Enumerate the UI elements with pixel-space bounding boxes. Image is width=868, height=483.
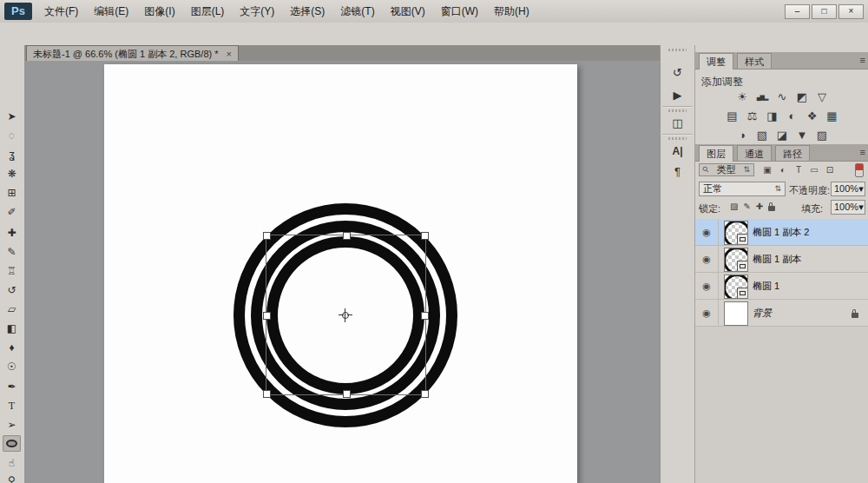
visibility-eye-icon[interactable]: ◉ — [695, 219, 719, 245]
menu-select[interactable]: 选择(S) — [282, 0, 332, 23]
menu-layer[interactable]: 图层(L) — [183, 0, 233, 23]
layer-name[interactable]: 椭圆 1 副本 — [753, 253, 801, 266]
tab-adjustments[interactable]: 调整 — [699, 53, 733, 69]
menu-window[interactable]: 窗口(W) — [433, 0, 486, 23]
lock-image-pixels-icon[interactable]: ✎ — [743, 201, 750, 213]
black-white-icon[interactable]: ◨ — [766, 109, 779, 123]
lock-transparent-pixels-icon[interactable]: ▨ — [730, 201, 738, 213]
layer-name[interactable]: 背景 — [753, 307, 772, 320]
levels-icon[interactable]: ▄▆▂ — [755, 90, 769, 104]
transform-handle-se[interactable] — [421, 390, 429, 398]
layer-thumbnail[interactable] — [724, 275, 748, 299]
tab-close-icon[interactable]: × — [227, 47, 232, 61]
color-lookup-icon[interactable]: ▦ — [825, 109, 839, 123]
hue-saturation-icon[interactable]: ▤ — [726, 109, 740, 123]
layer-row-ellipse-1-copy[interactable]: ◉ 椭圆 1 副本 — [695, 246, 868, 273]
panel-menu-icon[interactable]: ≡ — [860, 55, 865, 65]
opacity-field[interactable]: 100% ▾ — [831, 182, 865, 196]
tool-eraser[interactable]: ▱ — [3, 301, 21, 318]
layer-name[interactable]: 椭圆 1 — [753, 280, 779, 293]
exposure-icon[interactable]: ◩ — [795, 90, 809, 104]
transform-handle-sw[interactable] — [263, 390, 271, 398]
tool-hand[interactable]: ☝ — [3, 455, 21, 472]
posterize-icon[interactable]: ▧ — [755, 129, 769, 142]
menu-help[interactable]: 帮助(H) — [486, 0, 537, 23]
tool-type[interactable]: T — [3, 398, 21, 414]
transform-handle-e[interactable] — [421, 312, 429, 320]
panel-menu-icon[interactable]: ≡ — [860, 147, 865, 157]
minimize-button[interactable]: – — [785, 4, 810, 19]
menu-image[interactable]: 图像(I) — [136, 0, 182, 23]
tool-path-selection[interactable]: ➢ — [3, 417, 21, 433]
selective-color-icon[interactable]: ▼ — [795, 129, 809, 142]
filter-pixel-layers-icon[interactable]: ▣ — [761, 163, 773, 176]
menu-file[interactable]: 文件(F) — [36, 0, 86, 23]
transform-handle-s[interactable] — [343, 390, 351, 398]
tab-paths[interactable]: 路径 — [775, 145, 810, 161]
tool-quick-selection[interactable]: ❋ — [3, 166, 21, 182]
document-tab[interactable]: 未标题-1 @ 66.6% (椭圆 1 副本 2, RGB/8) * × — [26, 45, 239, 61]
gradient-map-icon[interactable]: ▨ — [815, 129, 829, 142]
tool-ellipse-shape[interactable] — [3, 435, 21, 452]
tool-lasso[interactable]: ʓ — [3, 147, 21, 163]
filter-adjustment-layers-icon[interactable]: ◐ — [777, 163, 789, 176]
tab-styles[interactable]: 样式 — [737, 53, 772, 69]
canvas-area[interactable] — [24, 61, 660, 483]
transform-handle-n[interactable] — [343, 232, 351, 240]
tool-blur[interactable]: ♦ — [3, 340, 21, 356]
photo-filter-icon[interactable]: ◐ — [786, 109, 799, 123]
layer-thumbnail[interactable] — [724, 301, 748, 326]
tool-clone-stamp[interactable]: ♖ — [3, 263, 21, 280]
actions-panel-icon[interactable]: ▶ — [666, 87, 689, 104]
filter-type-layers-icon[interactable]: T — [792, 163, 805, 176]
transform-handle-ne[interactable] — [421, 232, 429, 240]
close-button[interactable]: × — [838, 4, 864, 19]
tab-channels[interactable]: 通道 — [737, 145, 772, 161]
layer-name[interactable]: 椭圆 1 副本 2 — [753, 226, 809, 239]
filter-smart-objects-icon[interactable]: ⊡ — [824, 163, 836, 176]
threshold-icon[interactable]: ◪ — [775, 129, 789, 142]
tool-elliptical-marquee[interactable]: ◌ — [3, 128, 21, 144]
layer-filter-toggle[interactable] — [855, 163, 864, 177]
history-panel-icon[interactable]: ↺ — [666, 64, 689, 82]
curves-icon[interactable]: ∿ — [775, 90, 789, 104]
tool-crop[interactable]: ⊞ — [3, 185, 21, 202]
invert-icon[interactable]: ◑ — [735, 129, 749, 142]
menu-edit[interactable]: 编辑(E) — [86, 0, 136, 23]
character-panel-icon[interactable]: A| — [666, 142, 689, 160]
maximize-button[interactable]: □ — [812, 4, 837, 19]
tool-spot-healing-brush[interactable]: ✚ — [3, 225, 21, 242]
document-canvas[interactable] — [104, 64, 577, 483]
paragraph-panel-icon[interactable]: ¶ — [666, 163, 689, 181]
layer-filter-type-select[interactable]: ⚲ 类型 ⇅ — [699, 163, 754, 176]
layer-thumbnail[interactable] — [724, 248, 748, 272]
properties-panel-icon[interactable]: ◫ — [666, 115, 689, 132]
filter-shape-layers-icon[interactable]: ▭ — [808, 163, 820, 176]
tool-eyedropper[interactable]: ✐ — [3, 204, 21, 221]
tool-brush[interactable]: ✎ — [3, 244, 21, 261]
tool-move[interactable]: ➤ — [3, 109, 21, 125]
fill-field[interactable]: 100% ▾ — [831, 200, 865, 215]
layer-row-ellipse-1-copy-2[interactable]: ◉ 椭圆 1 副本 2 — [695, 219, 868, 246]
tool-pen[interactable]: ✒ — [3, 379, 21, 395]
transform-handle-w[interactable] — [263, 312, 271, 320]
menu-type[interactable]: 文字(Y) — [232, 0, 282, 23]
blend-mode-select[interactable]: 正常 ⇅ — [699, 182, 786, 196]
tool-history-brush[interactable]: ↺ — [3, 282, 21, 299]
tool-gradient[interactable]: ◧ — [3, 321, 21, 337]
color-balance-icon[interactable]: ⚖ — [746, 109, 760, 123]
transform-handle-nw[interactable] — [263, 232, 271, 240]
transform-center-point[interactable] — [339, 308, 352, 322]
tool-dodge[interactable]: ☉ — [3, 359, 21, 375]
menu-view[interactable]: 视图(V) — [383, 0, 433, 23]
tab-layers[interactable]: 图层 — [699, 145, 733, 162]
brightness-contrast-icon[interactable]: ☀ — [735, 90, 749, 104]
menu-filter[interactable]: 滤镜(T) — [332, 0, 382, 23]
layer-row-ellipse-1[interactable]: ◉ 椭圆 1 — [695, 273, 868, 300]
visibility-eye-icon[interactable]: ◉ — [695, 300, 719, 326]
layer-row-background[interactable]: ◉ 背景 — [695, 300, 868, 327]
visibility-eye-icon[interactable]: ◉ — [695, 273, 719, 299]
layer-thumbnail[interactable] — [724, 221, 748, 245]
lock-position-icon[interactable]: ✚ — [756, 201, 763, 213]
vibrance-icon[interactable]: ▽ — [815, 90, 829, 104]
